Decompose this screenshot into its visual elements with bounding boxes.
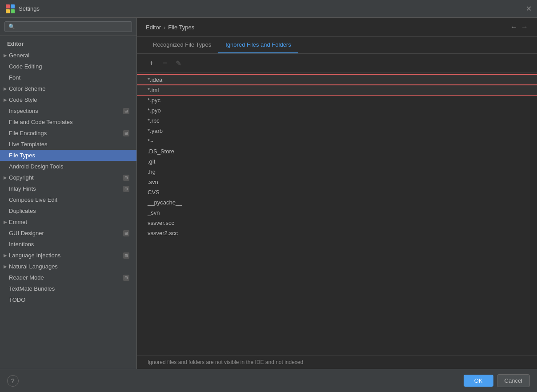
sidebar-item-label: TextMate Bundles xyxy=(9,285,129,292)
breadcrumb-current: File Types xyxy=(168,24,194,31)
badge-icon: ⊞ xyxy=(123,175,129,181)
sidebar-item-reader-mode[interactable]: Reader Mode ⊞ xyxy=(0,272,136,283)
sidebar-tree: Editor ▶ General Code Editing Font ▶ Col… xyxy=(0,36,136,369)
breadcrumb-separator: › xyxy=(164,24,165,31)
sidebar-item-label: File and Code Templates xyxy=(9,119,129,125)
app-icon xyxy=(5,4,15,14)
file-item[interactable]: *.pyc xyxy=(137,95,537,105)
sidebar-item-label: File Types xyxy=(9,152,129,159)
search-input[interactable] xyxy=(4,21,132,32)
file-item[interactable]: *~ xyxy=(137,136,537,146)
arrow-icon: ▶ xyxy=(4,253,7,258)
file-item[interactable]: vssver.scc xyxy=(137,218,537,228)
svg-rect-3 xyxy=(11,9,15,13)
file-item[interactable]: *.idea xyxy=(137,75,537,85)
sidebar-item-label: TODO xyxy=(9,296,129,303)
sidebar-item-color-scheme[interactable]: ▶ Color Scheme xyxy=(0,83,136,94)
sidebar-item-copyright[interactable]: ▶ Copyright ⊞ xyxy=(0,172,136,183)
help-button[interactable]: ? xyxy=(7,375,19,387)
sidebar-item-label: Emmet xyxy=(9,219,129,225)
file-item[interactable]: *.yarb xyxy=(137,126,537,136)
svg-rect-1 xyxy=(11,4,15,8)
back-button[interactable]: ← xyxy=(510,23,517,31)
file-item[interactable]: *.iml xyxy=(137,85,537,95)
add-button[interactable]: + xyxy=(146,57,157,69)
sidebar-item-label: General xyxy=(9,52,129,59)
sidebar-item-label: Code Editing xyxy=(9,63,129,70)
dialog-footer: ? OK Cancel xyxy=(0,369,537,392)
file-item[interactable]: _svn xyxy=(137,208,537,218)
badge-icon: ⊞ xyxy=(123,252,129,259)
dialog: Editor ▶ General Code Editing Font ▶ Col… xyxy=(0,18,537,392)
sidebar-item-gui-designer[interactable]: GUI Designer ⊞ xyxy=(0,228,136,239)
sidebar-item-font[interactable]: Font xyxy=(0,72,136,83)
tab-bar: Recognized File Types Ignored Files and … xyxy=(137,37,537,54)
sidebar-item-label: Duplicates xyxy=(9,208,129,214)
title-bar: Settings ✕ xyxy=(0,0,537,18)
sidebar-item-label: Reader Mode xyxy=(9,274,123,281)
sidebar-item-emmet[interactable]: ▶ Emmet xyxy=(0,216,136,228)
sidebar-item-label: Android Design Tools xyxy=(9,163,129,170)
close-button[interactable]: ✕ xyxy=(526,4,532,13)
badge-icon: ⊞ xyxy=(123,230,129,236)
cancel-button[interactable]: Cancel xyxy=(497,374,530,387)
forward-button[interactable]: → xyxy=(521,23,528,31)
sidebar-item-label: Inspections xyxy=(9,108,123,114)
sidebar-section-editor: Editor xyxy=(0,38,136,50)
breadcrumb-left: Editor › File Types xyxy=(146,24,194,31)
footer-left: ? xyxy=(7,375,19,387)
sidebar-item-live-templates[interactable]: Live Templates xyxy=(0,139,136,150)
sidebar-item-file-types[interactable]: File Types xyxy=(0,150,136,161)
dialog-title: Settings xyxy=(19,5,40,12)
file-item[interactable]: vssver2.scc xyxy=(137,228,537,238)
badge-icon: ⊞ xyxy=(123,275,129,281)
dialog-body: Editor ▶ General Code Editing Font ▶ Col… xyxy=(0,18,537,369)
file-item[interactable]: __pycache__ xyxy=(137,197,537,208)
arrow-icon: ▶ xyxy=(4,264,7,269)
status-bar: Ignored files and folders are not visibl… xyxy=(137,355,537,369)
sidebar-item-label: Intentions xyxy=(9,241,129,248)
badge-icon: ⊞ xyxy=(123,186,129,192)
sidebar-item-general[interactable]: ▶ General xyxy=(0,50,136,61)
sidebar-item-todo[interactable]: TODO xyxy=(0,294,136,305)
sidebar-item-code-style[interactable]: ▶ Code Style xyxy=(0,94,136,105)
edit-button[interactable]: ✎ xyxy=(172,57,184,69)
sidebar-item-label: Code Style xyxy=(9,96,129,103)
sidebar-item-android-design-tools[interactable]: Android Design Tools xyxy=(0,161,136,172)
arrow-icon: ▶ xyxy=(4,53,7,58)
sidebar-item-compose-live-edit[interactable]: Compose Live Edit xyxy=(0,194,136,205)
ok-button[interactable]: OK xyxy=(464,375,493,387)
file-item[interactable]: .hg xyxy=(137,167,537,177)
sidebar-item-label: Copyright xyxy=(9,174,123,181)
file-item[interactable]: CVS xyxy=(137,187,537,197)
file-item[interactable]: .DS_Store xyxy=(137,146,537,156)
sidebar-item-file-encodings[interactable]: File Encodings ⊞ xyxy=(0,128,136,139)
title-bar-left: Settings xyxy=(5,4,40,14)
arrow-icon: ▶ xyxy=(4,220,7,224)
sidebar-item-file-and-code-templates[interactable]: File and Code Templates xyxy=(0,116,136,128)
tab-ignored[interactable]: Ignored Files and Folders xyxy=(218,37,298,53)
sidebar-item-textmate-bundles[interactable]: TextMate Bundles xyxy=(0,283,136,294)
file-list: *.idea *.iml *.pyc *.pyo *.rbc *.yarb *~… xyxy=(137,73,537,355)
footer-right: OK Cancel xyxy=(464,374,530,387)
file-item[interactable]: .git xyxy=(137,156,537,167)
sidebar-item-label: Live Templates xyxy=(9,141,129,148)
file-item[interactable]: *.rbc xyxy=(137,116,537,126)
sidebar-item-code-editing[interactable]: Code Editing xyxy=(0,61,136,72)
sidebar: Editor ▶ General Code Editing Font ▶ Col… xyxy=(0,18,137,369)
sidebar-item-natural-languages[interactable]: ▶ Natural Languages xyxy=(0,261,136,272)
sidebar-item-intentions[interactable]: Intentions xyxy=(0,239,136,250)
sidebar-item-label: Language Injections xyxy=(9,252,123,259)
tab-recognized[interactable]: Recognized File Types xyxy=(146,37,218,53)
file-item[interactable]: *.pyo xyxy=(137,105,537,116)
sidebar-item-language-injections[interactable]: ▶ Language Injections ⊞ xyxy=(0,250,136,261)
sidebar-item-inspections[interactable]: Inspections ⊞ xyxy=(0,105,136,116)
breadcrumb-nav: ← → xyxy=(510,23,528,31)
sidebar-item-inlay-hints[interactable]: Inlay Hints ⊞ xyxy=(0,183,136,194)
remove-button[interactable]: − xyxy=(159,57,171,69)
sidebar-item-duplicates[interactable]: Duplicates xyxy=(0,205,136,216)
file-item[interactable]: .svn xyxy=(137,177,537,187)
arrow-icon: ▶ xyxy=(4,86,7,91)
badge-icon: ⊞ xyxy=(123,130,129,136)
sidebar-item-label: Compose Live Edit xyxy=(9,196,129,203)
